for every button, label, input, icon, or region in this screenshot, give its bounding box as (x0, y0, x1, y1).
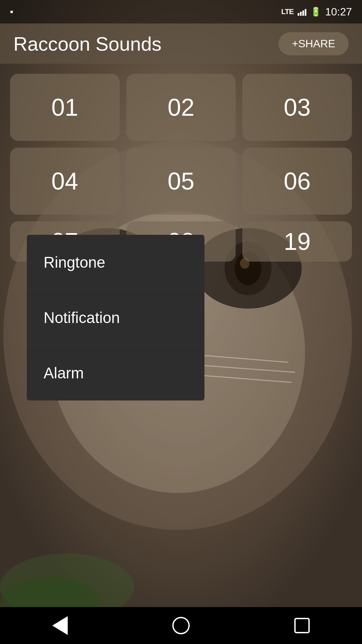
recent-icon (294, 618, 310, 633)
app-header: Raccoon Sounds +SHARE (0, 23, 362, 64)
signal-icon (298, 8, 306, 16)
sound-button-04[interactable]: 04 (10, 148, 120, 215)
sound-button-03[interactable]: 03 (242, 74, 352, 141)
menu-item-notification[interactable]: Notification (27, 290, 204, 345)
share-button[interactable]: +SHARE (279, 32, 349, 55)
context-menu: Ringtone Notification Alarm (27, 235, 204, 400)
home-icon (172, 617, 190, 634)
sound-button-02[interactable]: 02 (126, 74, 236, 141)
sd-card-icon: ▪ (10, 6, 13, 17)
sound-button-19[interactable]: 19 (242, 221, 352, 262)
app-title: Raccoon Sounds (13, 33, 162, 55)
svg-line-19 (204, 376, 292, 382)
nav-recent-button[interactable] (294, 618, 310, 633)
status-time: 10:27 (325, 6, 352, 18)
nav-home-button[interactable] (172, 617, 190, 634)
status-bar: ▪ LTE 🔋 10:27 (0, 0, 362, 23)
svg-line-17 (204, 356, 288, 362)
sound-button-06[interactable]: 06 (242, 148, 352, 215)
back-icon (52, 616, 68, 635)
battery-icon: 🔋 (310, 7, 321, 17)
menu-item-alarm[interactable]: Alarm (27, 345, 204, 400)
lte-icon: LTE (281, 7, 294, 16)
sound-button-05[interactable]: 05 (126, 148, 236, 215)
svg-line-18 (204, 366, 295, 372)
sound-button-01[interactable]: 01 (10, 74, 120, 141)
menu-item-ringtone[interactable]: Ringtone (27, 235, 204, 290)
nav-back-button[interactable] (52, 616, 68, 635)
nav-bar (0, 607, 362, 644)
